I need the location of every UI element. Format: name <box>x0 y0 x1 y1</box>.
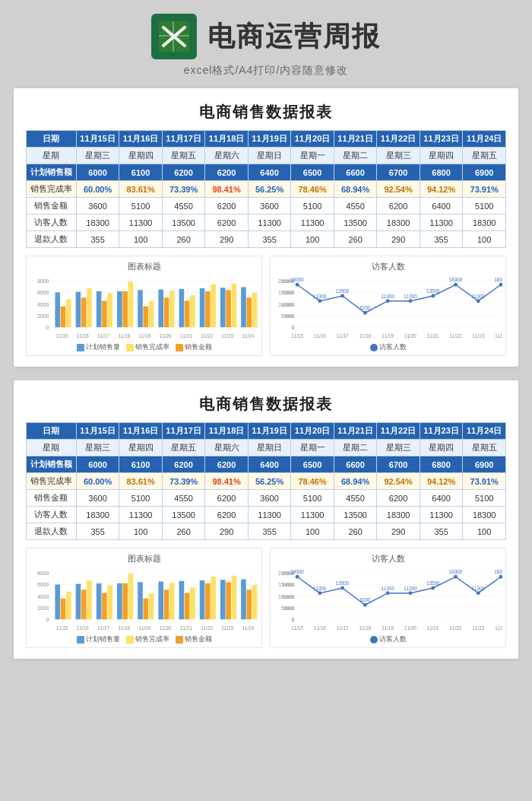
svg-point-183 <box>409 591 413 595</box>
line-chart-title: 访客人数 <box>274 261 502 272</box>
visitors-cell: 18300 <box>76 215 119 231</box>
weekday-cell: 星期四 <box>119 440 163 456</box>
svg-rect-18 <box>55 292 60 327</box>
data-table: 日期11月15日11月16日11月17日11月18日11月19日11月20日11… <box>26 422 506 540</box>
weekday-cell: 星期日 <box>248 440 291 456</box>
visitors-cell: 6200 <box>205 507 249 523</box>
sales-cell: 3600 <box>248 490 291 507</box>
plan-cell: 6700 <box>377 456 420 473</box>
svg-rect-54 <box>241 287 246 327</box>
row-plan-header: 计划销售额 <box>27 164 77 181</box>
svg-point-94 <box>454 283 458 287</box>
svg-text:11/21: 11/21 <box>427 625 439 631</box>
svg-point-91 <box>431 294 435 298</box>
svg-text:11300: 11300 <box>404 586 417 591</box>
svg-rect-22 <box>76 292 81 328</box>
svg-text:11300: 11300 <box>381 586 394 591</box>
svg-text:11/22: 11/22 <box>201 625 213 631</box>
row-completion-header: 销售完成率 <box>27 473 77 490</box>
weekday-cell: 星期一 <box>291 148 334 164</box>
date-cell: 11月17日 <box>162 423 205 440</box>
charts-row: 图表标题 0200040006000800011/1511/1611/1711/… <box>26 256 506 356</box>
bar-chart: 0200040006000800011/1511/1611/1711/1811/… <box>30 567 258 632</box>
date-cell: 11月20日 <box>291 423 334 440</box>
svg-rect-23 <box>81 297 87 327</box>
svg-point-76 <box>318 299 321 303</box>
row-refund-header: 退款人数 <box>27 231 77 248</box>
visitors-cell: 13500 <box>334 507 377 523</box>
svg-text:11/22: 11/22 <box>450 625 462 631</box>
completion-cell: 73.91% <box>463 473 506 490</box>
svg-rect-138 <box>185 593 190 619</box>
svg-rect-150 <box>246 590 252 619</box>
svg-text:0: 0 <box>46 617 49 622</box>
weekday-cell: 星期五 <box>162 148 205 164</box>
weekday-cell: 星期一 <box>291 440 334 456</box>
svg-text:18300: 18300 <box>290 569 304 574</box>
data-table: 日期11月15日11月16日11月17日11月18日11月19日11月20日11… <box>26 130 506 248</box>
visitors-cell: 18300 <box>76 507 119 523</box>
row-refund-header: 退款人数 <box>27 523 77 540</box>
svg-text:11/15: 11/15 <box>56 625 68 631</box>
completion-cell: 92.54% <box>377 473 420 490</box>
visitors-cell: 11300 <box>420 507 463 523</box>
svg-text:15000: 15000 <box>282 291 294 295</box>
line-chart-legend: 访客人数 <box>274 634 502 644</box>
completion-cell: 68.94% <box>334 473 377 490</box>
completion-cell: 94.12% <box>420 181 463 198</box>
refund-cell: 100 <box>463 231 506 248</box>
refund-cell: 355 <box>420 523 463 540</box>
refund-cell: 100 <box>291 523 334 540</box>
svg-text:11/21: 11/21 <box>427 333 439 339</box>
visitors-cell: 11300 <box>420 215 463 231</box>
visitors-cell: 13500 <box>162 507 205 523</box>
weekday-cell: 星期四 <box>119 148 163 164</box>
svg-rect-30 <box>117 291 122 327</box>
svg-rect-47 <box>205 291 211 327</box>
visitors-cell: 11300 <box>119 215 163 231</box>
legend-plan: 计划销售量 <box>77 634 120 644</box>
plan-cell: 6200 <box>162 456 205 473</box>
svg-rect-36 <box>149 301 154 327</box>
refund-cell: 260 <box>334 523 377 540</box>
weekday-cell: 星期四 <box>420 148 463 164</box>
date-cell: 11月23日 <box>420 131 463 148</box>
svg-text:6000: 6000 <box>37 582 49 587</box>
svg-rect-40 <box>169 291 175 327</box>
svg-point-82 <box>363 311 367 315</box>
svg-rect-26 <box>97 291 102 327</box>
svg-point-192 <box>477 591 480 595</box>
svg-rect-135 <box>169 583 175 619</box>
legend-sales: 销售金额 <box>176 634 212 644</box>
svg-rect-52 <box>232 284 237 328</box>
plan-cell: 6600 <box>334 164 377 181</box>
visitors-cell: 18300 <box>377 215 420 231</box>
svg-rect-44 <box>190 295 195 327</box>
svg-text:11/18: 11/18 <box>359 625 372 631</box>
visitors-cell: 11300 <box>291 215 334 231</box>
date-cell: 11月21日 <box>334 423 377 440</box>
refund-cell: 355 <box>76 523 119 540</box>
sales-cell: 5100 <box>463 198 506 215</box>
svg-point-79 <box>340 294 344 298</box>
svg-text:11/16: 11/16 <box>314 333 326 339</box>
svg-text:11/17: 11/17 <box>337 333 349 339</box>
date-cell: 11月18日 <box>205 131 249 148</box>
svg-rect-123 <box>107 585 112 619</box>
svg-rect-134 <box>164 590 169 619</box>
legend-visitors: 访客人数 <box>370 342 407 352</box>
visitors-cell: 6200 <box>205 215 249 231</box>
svg-text:11/24: 11/24 <box>495 333 502 339</box>
plan-cell: 6200 <box>205 456 249 473</box>
svg-rect-35 <box>143 307 148 328</box>
sales-cell: 3600 <box>76 198 119 215</box>
refund-cell: 100 <box>119 231 163 248</box>
svg-text:11/18: 11/18 <box>118 625 130 631</box>
svg-point-177 <box>363 603 367 607</box>
svg-text:11/17: 11/17 <box>337 625 349 631</box>
svg-point-189 <box>454 575 458 579</box>
completion-cell: 83.61% <box>119 473 163 490</box>
svg-rect-115 <box>66 592 71 620</box>
report-card-0: 电商销售数据报表 日期11月15日11月16日11月17日11月18日11月19… <box>14 88 518 367</box>
svg-rect-125 <box>117 583 122 619</box>
